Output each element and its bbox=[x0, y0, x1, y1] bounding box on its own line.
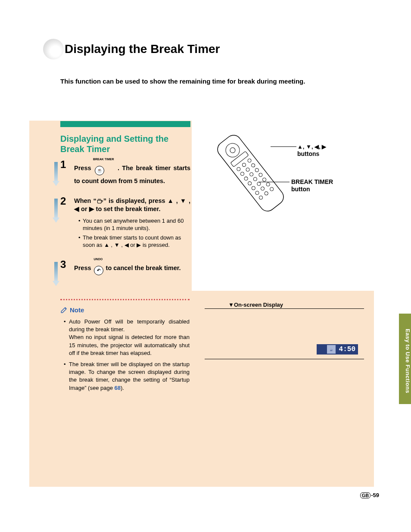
button-caption: BREAK TIMER bbox=[93, 158, 114, 161]
undo-button-icon bbox=[94, 266, 103, 275]
steps-list: 1 Press BREAK TIMER . The break timer st… bbox=[60, 160, 190, 288]
svg-rect-0 bbox=[215, 132, 286, 215]
step-text: to cancel the break timer. bbox=[106, 264, 181, 271]
step-text: Press bbox=[74, 165, 94, 171]
page-number-value: -59 bbox=[371, 492, 379, 498]
step-bullet-list: You can set anywhere between 1 and 60 mi… bbox=[74, 217, 190, 249]
step-flow-arrow-icon bbox=[53, 162, 59, 186]
step-text: ” is displayed, press bbox=[103, 197, 168, 204]
note-list: Auto Power Off will be temporarily disab… bbox=[64, 318, 190, 395]
note-heading: Note bbox=[60, 306, 84, 314]
step-text: to set the break timer. bbox=[96, 205, 161, 212]
note-text: Auto Power Off will be temporarily disab… bbox=[69, 318, 190, 356]
osd-timer-display: ☕ 4:50 bbox=[317, 344, 358, 355]
osd-heading-text: On-screen Display bbox=[234, 302, 283, 308]
page-number: GB-59 bbox=[360, 492, 379, 498]
note-text: The break timer will be displayed on the… bbox=[69, 361, 190, 391]
section-accent-bar bbox=[60, 121, 190, 127]
callout-text: BREAK TIMER bbox=[291, 178, 333, 185]
note-item: Auto Power Off will be temporarily disab… bbox=[64, 318, 190, 357]
step-text: Press bbox=[74, 264, 93, 271]
osd-heading: ▼On-screen Display bbox=[228, 302, 283, 308]
note-pencil-icon bbox=[60, 306, 68, 314]
step-body: When “” is displayed, press ▲ , ▼ , ◀ or… bbox=[74, 197, 190, 214]
section-side-tab: Easy to Use Functions bbox=[399, 314, 411, 404]
step-1: 1 Press BREAK TIMER . The break timer st… bbox=[60, 160, 190, 186]
button-caption: UNDO bbox=[94, 258, 103, 261]
coffee-cup-icon: ☕ bbox=[327, 345, 336, 354]
note-text: ). bbox=[121, 385, 124, 391]
callout-line bbox=[271, 146, 296, 147]
step-bullet: You can set anywhere between 1 and 60 mi… bbox=[78, 217, 190, 232]
remote-control-figure: ▲, ▼, ◀, ▶ buttons BREAK TIMER button bbox=[207, 129, 366, 215]
page-reference-link[interactable]: 68 bbox=[115, 385, 121, 391]
arrow-buttons-callout: ▲, ▼, ◀, ▶ buttons bbox=[297, 143, 326, 158]
step-number: 2 bbox=[60, 195, 66, 207]
callout-symbols: ▲, ▼, ◀, ▶ bbox=[297, 143, 326, 150]
step-body: Press UNDO to cancel the break timer. bbox=[74, 260, 190, 277]
page-title: Displaying the Break Timer bbox=[65, 42, 220, 56]
step-flow-arrow-icon bbox=[53, 262, 59, 286]
callout-text: buttons bbox=[297, 150, 319, 157]
note-item: The break timer will be displayed on the… bbox=[64, 361, 190, 392]
osd-timer-value: 4:50 bbox=[339, 345, 355, 353]
dotted-divider bbox=[60, 299, 190, 300]
step-2: 2 When “” is displayed, press ▲ , ▼ , ◀ … bbox=[60, 197, 190, 249]
step-number: 1 bbox=[60, 159, 66, 171]
step-text: When “ bbox=[74, 197, 97, 204]
step-body: Press BREAK TIMER . The break timer star… bbox=[74, 160, 190, 186]
step-3: 3 Press UNDO to cancel the break timer. bbox=[60, 260, 190, 277]
break-timer-button-callout: BREAK TIMER button bbox=[291, 178, 333, 193]
down-triangle-icon: ▼ bbox=[228, 302, 234, 308]
remote-control-icon bbox=[207, 129, 293, 215]
step-number: 3 bbox=[60, 258, 66, 271]
step-flow-arrow-icon bbox=[53, 199, 59, 242]
note-label: Note bbox=[70, 306, 84, 314]
coffee-cup-icon bbox=[97, 198, 103, 204]
callout-line bbox=[258, 182, 290, 182]
region-code: GB bbox=[360, 492, 371, 498]
title-row: Displaying the Break Timer bbox=[43, 39, 220, 59]
section-heading: Displaying and Setting the Break Timer bbox=[60, 134, 190, 154]
callout-text: button bbox=[291, 186, 310, 193]
step-bullet: The break timer starts to count down as … bbox=[78, 234, 190, 249]
title-sphere-decoration bbox=[43, 39, 64, 59]
break-timer-button-icon bbox=[95, 166, 104, 175]
intro-text: This function can be used to show the re… bbox=[60, 78, 362, 85]
osd-screenshot-frame: ☕ 4:50 bbox=[205, 308, 364, 359]
